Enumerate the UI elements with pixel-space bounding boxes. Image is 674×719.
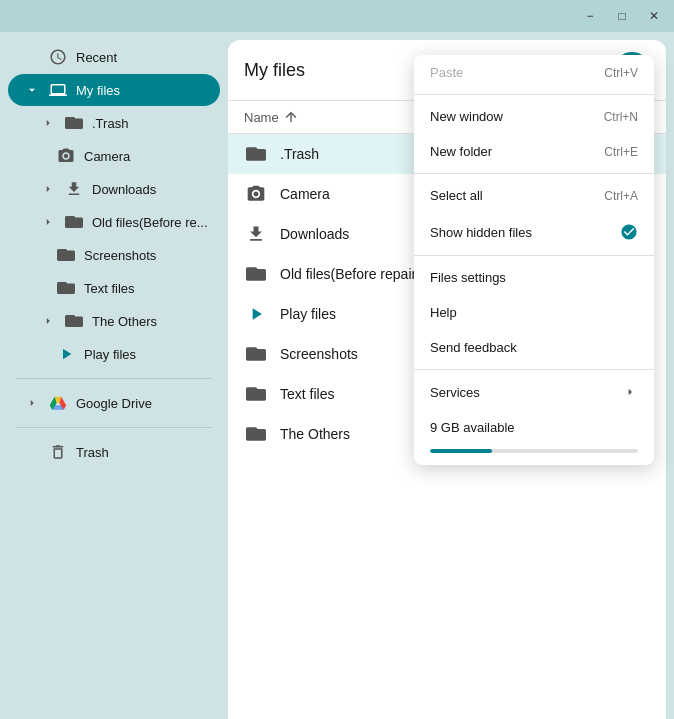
- file-name: Text files: [280, 386, 334, 402]
- send-feedback-label: Send feedback: [430, 340, 517, 355]
- menu-item-files-settings[interactable]: Files settings: [414, 260, 654, 295]
- sidebar-item-trash-sub-label: .Trash: [92, 116, 212, 131]
- camera-icon: [56, 146, 76, 166]
- minimize-button[interactable]: −: [574, 0, 606, 32]
- dropdown-menu: Paste Ctrl+V New window Ctrl+N New folde…: [414, 55, 654, 465]
- menu-divider-1: [414, 94, 654, 95]
- folder-icon-screenshots: [56, 245, 76, 265]
- menu-item-new-folder[interactable]: New folder Ctrl+E: [414, 134, 654, 169]
- chevron-down-icon: [24, 82, 40, 98]
- sidebar-item-google-drive[interactable]: Google Drive: [8, 387, 220, 419]
- paste-label: Paste: [430, 65, 463, 80]
- services-label: Services: [430, 385, 480, 400]
- folder-icon-text: [56, 278, 76, 298]
- maximize-button[interactable]: □: [606, 0, 638, 32]
- select-all-label: Select all: [430, 188, 483, 203]
- spacer-trash: [24, 444, 40, 460]
- check-icon: [620, 223, 638, 241]
- sidebar-item-trash[interactable]: Trash: [8, 436, 220, 468]
- sidebar-item-downloads-label: Downloads: [92, 182, 212, 197]
- chevron-right-icon-others: [40, 313, 56, 329]
- sidebar-item-camera-label: Camera: [84, 149, 212, 164]
- sidebar-item-downloads-sub[interactable]: Downloads: [8, 173, 220, 205]
- menu-item-help[interactable]: Help: [414, 295, 654, 330]
- chevron-right-icon-dl: [40, 181, 56, 197]
- new-window-shortcut: Ctrl+N: [604, 110, 638, 124]
- show-hidden-label: Show hidden files: [430, 225, 532, 240]
- camera-icon-row: [244, 182, 268, 206]
- clock-icon: [48, 47, 68, 67]
- sidebar-item-trash-sub[interactable]: .Trash: [8, 107, 220, 139]
- sidebar: Recent My files: [0, 32, 228, 719]
- play-icon: [56, 344, 76, 364]
- name-column-header[interactable]: Name: [244, 109, 299, 125]
- storage-bar-background: [430, 449, 638, 453]
- storage-bar-fill: [430, 449, 492, 453]
- divider-2: [16, 427, 212, 428]
- sidebar-item-recent-label: Recent: [76, 50, 212, 65]
- folder-icon-screenshots-row: [244, 342, 268, 366]
- folder-icon-old: [64, 212, 84, 232]
- drive-icon: [48, 393, 68, 413]
- folder-icon-trash-row: [244, 142, 268, 166]
- title-bar: − □ ✕: [0, 0, 674, 32]
- storage-bar-container: [414, 445, 654, 465]
- sidebar-item-screenshots-label: Screenshots: [84, 248, 212, 263]
- sidebar-item-old-files[interactable]: Old files(Before re...: [8, 206, 220, 238]
- folder-icon-others-row: [244, 422, 268, 446]
- file-name: Downloads: [280, 226, 349, 242]
- download-icon: [64, 179, 84, 199]
- file-name: .Trash: [280, 146, 319, 162]
- sidebar-item-play-files-label: Play files: [84, 347, 212, 362]
- arrow-icon: [622, 384, 638, 400]
- sidebar-item-text-files[interactable]: Text files: [8, 272, 220, 304]
- chevron-right-icon: [40, 115, 56, 131]
- file-name: The Others: [280, 426, 350, 442]
- sidebar-item-the-others-label: The Others: [92, 314, 212, 329]
- menu-item-services[interactable]: Services: [414, 374, 654, 410]
- file-name: Screenshots: [280, 346, 358, 362]
- menu-item-select-all[interactable]: Select all Ctrl+A: [414, 178, 654, 213]
- folder-icon-old-row: [244, 262, 268, 286]
- menu-divider-4: [414, 369, 654, 370]
- download-icon-row: [244, 222, 268, 246]
- spacer: [24, 49, 40, 65]
- file-name: Play files: [280, 306, 336, 322]
- chevron-right-icon-drive: [24, 395, 40, 411]
- divider-1: [16, 378, 212, 379]
- menu-divider-2: [414, 173, 654, 174]
- new-folder-shortcut: Ctrl+E: [604, 145, 638, 159]
- sidebar-item-trash-label: Trash: [76, 445, 212, 460]
- paste-shortcut: Ctrl+V: [604, 66, 638, 80]
- page-title: My files: [244, 60, 430, 81]
- sidebar-item-old-files-label: Old files(Before re...: [92, 215, 212, 230]
- menu-item-send-feedback[interactable]: Send feedback: [414, 330, 654, 365]
- sidebar-item-google-drive-label: Google Drive: [76, 396, 212, 411]
- chevron-right-icon-old: [40, 214, 56, 230]
- play-icon-row: [244, 302, 268, 326]
- menu-item-paste[interactable]: Paste Ctrl+V: [414, 55, 654, 90]
- app-container: Recent My files: [0, 32, 674, 719]
- sidebar-item-play-files[interactable]: Play files: [8, 338, 220, 370]
- sidebar-item-text-files-label: Text files: [84, 281, 212, 296]
- select-all-shortcut: Ctrl+A: [604, 189, 638, 203]
- sidebar-item-recent[interactable]: Recent: [8, 41, 220, 73]
- help-label: Help: [430, 305, 457, 320]
- folder-icon: [64, 113, 84, 133]
- menu-divider-3: [414, 255, 654, 256]
- trash-icon: [48, 442, 68, 462]
- storage-label: 9 GB available: [430, 420, 515, 435]
- menu-item-new-window[interactable]: New window Ctrl+N: [414, 99, 654, 134]
- menu-item-storage: 9 GB available: [414, 410, 654, 445]
- folder-icon-text-row: [244, 382, 268, 406]
- sidebar-item-screenshots[interactable]: Screenshots: [8, 239, 220, 271]
- new-folder-label: New folder: [430, 144, 492, 159]
- file-name: Camera: [280, 186, 330, 202]
- name-label: Name: [244, 110, 279, 125]
- sidebar-item-camera-sub[interactable]: Camera: [8, 140, 220, 172]
- sidebar-item-the-others[interactable]: The Others: [8, 305, 220, 337]
- close-button[interactable]: ✕: [638, 0, 670, 32]
- sidebar-item-my-files[interactable]: My files: [8, 74, 220, 106]
- menu-item-show-hidden[interactable]: Show hidden files: [414, 213, 654, 251]
- computer-icon: [48, 80, 68, 100]
